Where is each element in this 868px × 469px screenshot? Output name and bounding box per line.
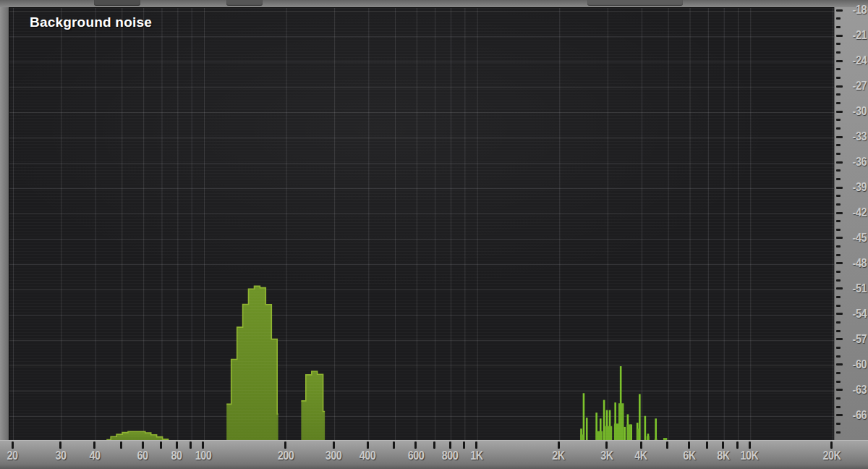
freq-tick	[463, 441, 465, 449]
db-tick	[836, 68, 841, 70]
freq-tick-label: 100	[187, 449, 218, 462]
db-tick	[836, 51, 841, 54]
freq-tick	[475, 441, 477, 449]
db-tick-label: -39	[844, 181, 867, 194]
spectrum-spike	[655, 418, 657, 440]
toolbar-button-partial[interactable]	[587, 0, 683, 6]
db-tick	[836, 136, 843, 138]
freq-tick-label: 1K	[461, 449, 492, 462]
db-tick	[836, 262, 843, 264]
db-tick	[836, 254, 841, 256]
freq-tick	[722, 441, 724, 449]
db-tick-label: -63	[844, 384, 867, 397]
top-bezel	[0, 0, 868, 7]
toolbar-button-partial[interactable]	[94, 0, 140, 6]
freq-tick-label: 10K	[734, 449, 765, 462]
freq-tick-label: 30	[45, 449, 76, 462]
db-tick-label: -24	[844, 54, 867, 67]
db-tick-label: -60	[844, 358, 867, 371]
db-tick-label: -42	[844, 206, 867, 219]
freq-tick	[640, 441, 642, 449]
db-tick	[836, 161, 843, 164]
spectrum-canvas	[9, 8, 834, 440]
freq-tick	[688, 441, 690, 449]
db-tick	[836, 355, 841, 358]
db-tick	[836, 313, 843, 315]
db-tick	[836, 26, 841, 28]
freq-tick	[190, 441, 192, 449]
db-tick	[836, 127, 841, 130]
spectrum-spike	[603, 400, 605, 440]
db-tick	[836, 212, 843, 214]
freq-tick	[558, 441, 560, 449]
freq-tick-label: 200	[270, 449, 301, 462]
db-tick	[836, 77, 841, 79]
freq-tick	[414, 441, 417, 449]
db-tick	[836, 43, 841, 45]
freq-tick	[120, 441, 122, 449]
db-tick	[836, 414, 843, 416]
db-tick	[836, 347, 841, 349]
freq-tick-label: 600	[400, 449, 431, 462]
freq-tick	[666, 441, 668, 449]
db-tick	[836, 93, 841, 96]
db-tick-label: -30	[844, 105, 867, 118]
db-tick-label: -33	[844, 130, 867, 143]
db-tick	[836, 245, 841, 248]
db-axis-bezel	[834, 7, 868, 440]
freq-tick-label: 60	[127, 449, 158, 462]
db-tick	[836, 397, 841, 400]
spectrum-spike	[583, 393, 585, 440]
db-tick	[836, 195, 841, 197]
spectrum-base-bar	[580, 434, 583, 440]
freq-tick-label: 40	[79, 449, 110, 462]
db-tick-label: -48	[844, 257, 867, 270]
db-tick-label: -36	[844, 156, 867, 169]
freq-tick-label: 400	[352, 449, 383, 462]
db-tick	[836, 153, 841, 155]
freq-tick	[449, 441, 451, 449]
db-tick-label: -57	[844, 333, 867, 346]
toolbar-button-partial[interactable]	[226, 0, 263, 6]
db-tick	[836, 431, 841, 434]
db-tick	[836, 85, 843, 88]
db-tick	[836, 9, 843, 12]
db-tick	[836, 330, 841, 332]
spectrum-spike	[586, 418, 588, 440]
db-tick	[836, 287, 843, 290]
db-tick	[836, 305, 841, 307]
db-tick	[836, 406, 841, 408]
freq-tick-label: 2K	[543, 449, 574, 462]
db-tick	[836, 35, 843, 37]
db-tick	[836, 220, 841, 222]
freq-tick	[160, 441, 162, 449]
plot-area[interactable]: Background noise	[9, 7, 834, 440]
db-tick	[836, 229, 841, 231]
chart-title: Background noise	[30, 14, 152, 30]
freq-tick	[12, 441, 14, 449]
db-tick	[836, 203, 841, 206]
spectrum-peak-fill	[301, 371, 325, 440]
db-tick-label: -66	[844, 409, 867, 422]
db-tick	[836, 111, 843, 113]
db-tick	[836, 423, 841, 425]
freq-tick	[749, 441, 751, 449]
spectrum-base-bar	[627, 424, 631, 440]
freq-tick-label: 300	[318, 449, 349, 462]
db-tick-label: -27	[844, 80, 867, 93]
left-bezel	[0, 7, 9, 440]
db-tick	[836, 271, 841, 273]
freq-tick	[736, 441, 739, 449]
freq-tick	[333, 441, 335, 449]
freq-tick-label: 20	[0, 449, 28, 462]
db-tick	[836, 102, 841, 104]
freq-tick-label: 20K	[816, 449, 847, 462]
spectrum-base-bar	[618, 403, 624, 440]
freq-tick-label: 3K	[591, 449, 622, 462]
db-tick	[836, 187, 843, 189]
spectrum-spike	[624, 427, 626, 440]
spectrum-analyzer-window: Background noise 20304060801002003004006…	[0, 0, 868, 469]
freq-tick	[367, 441, 369, 449]
freq-tick	[393, 441, 395, 449]
spectrum-base-bar	[596, 431, 603, 440]
